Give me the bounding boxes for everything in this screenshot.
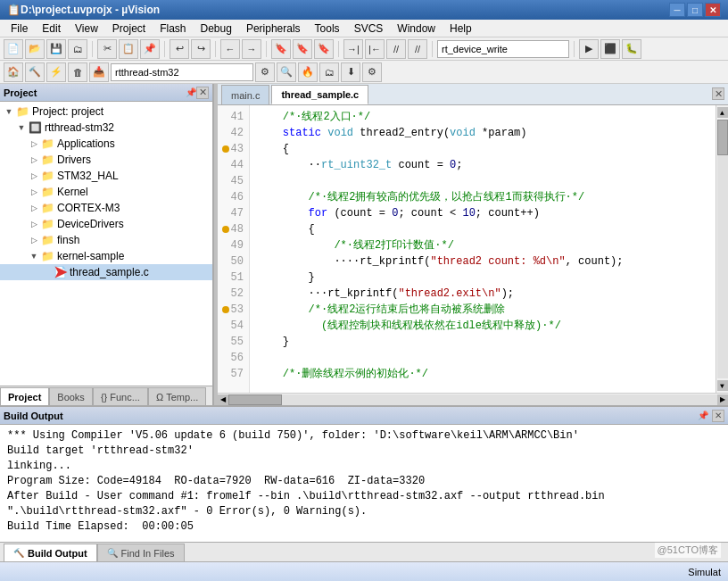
hscroll-thumb[interactable] <box>228 394 282 405</box>
bo-line-1: *** Using Compiler 'V5.06 update 6 (buil… <box>7 428 721 444</box>
menu-edit[interactable]: Edit <box>35 21 68 37</box>
vertical-scrollbar[interactable]: ▲ ▼ <box>716 105 728 393</box>
cut-btn[interactable]: ✂ <box>97 39 117 59</box>
hscroll-track[interactable] <box>228 394 717 405</box>
flash-btn[interactable]: 🔥 <box>298 62 318 82</box>
tree-node-applications[interactable]: ▷ 📁 Applications <box>0 136 212 152</box>
bookmark-btn[interactable]: 🔖 <box>271 39 291 59</box>
build-output-pin[interactable]: 📌 <box>698 411 708 420</box>
scroll-up-btn[interactable]: ▲ <box>717 107 728 118</box>
menu-tools[interactable]: Tools <box>308 21 347 37</box>
editor-close-button[interactable]: ✕ <box>712 87 724 100</box>
load-btn[interactable]: 📥 <box>89 62 109 82</box>
menu-debug[interactable]: Debug <box>194 21 239 37</box>
tree-node-thread-sample[interactable]: 📄 thread_sample.c ➤ <box>0 264 212 280</box>
tab-main-c[interactable]: main.c <box>221 85 269 104</box>
build-output-close[interactable]: ✕ <box>712 410 724 422</box>
pin-button[interactable]: 📌 <box>186 87 196 97</box>
expand-icon[interactable]: ▼ <box>4 106 14 117</box>
menu-view[interactable]: View <box>68 21 105 37</box>
folder-icon-kernel: 📁 <box>41 186 54 198</box>
debug-btn[interactable]: 🐛 <box>622 39 641 59</box>
save-btn[interactable]: 💾 <box>46 39 66 59</box>
bookmark-next-btn[interactable]: 🔖 <box>314 39 334 59</box>
bookmark-prev-btn[interactable]: 🔖 <box>293 39 312 59</box>
expand-icon-apps[interactable]: ▷ <box>29 138 39 149</box>
menu-svcs[interactable]: SVCS <box>347 21 391 37</box>
save-all-btn[interactable]: 🗂 <box>68 39 87 59</box>
expand-icon-devdrivers[interactable]: ▷ <box>29 219 39 229</box>
tree-node-kernel[interactable]: ▷ 📁 Kernel <box>0 184 212 200</box>
erase-btn[interactable]: 🗂 <box>319 62 339 82</box>
tree-node-devdrivers[interactable]: ▷ 📁 DeviceDrivers <box>0 216 212 232</box>
config-flash-btn[interactable]: ⚙ <box>362 62 382 82</box>
expand-icon-hal[interactable]: ▷ <box>29 170 39 181</box>
expand-icon-kernel[interactable]: ▷ <box>29 187 39 197</box>
tree-node-hal[interactable]: ▷ 📁 STM32_HAL <box>0 168 212 184</box>
menu-file[interactable]: File <box>4 21 35 37</box>
horizontal-scrollbar[interactable]: ◀ ▶ <box>218 393 728 405</box>
minimize-button[interactable]: ─ <box>669 3 685 17</box>
new-file-btn[interactable]: 📄 <box>4 39 23 59</box>
scroll-left-btn[interactable]: ◀ <box>218 394 228 405</box>
tab-func[interactable]: {} Func... <box>93 387 148 405</box>
menu-project[interactable]: Project <box>105 21 153 37</box>
download-btn[interactable]: ⬇ <box>341 62 360 82</box>
undo-btn[interactable]: ↩ <box>170 39 189 59</box>
scroll-track[interactable] <box>717 120 728 378</box>
build3-btn[interactable]: ⚡ <box>46 62 66 82</box>
scroll-right-btn[interactable]: ▶ <box>717 394 728 405</box>
function-combo[interactable] <box>437 40 569 58</box>
project-btn[interactable]: 🏠 <box>4 62 23 82</box>
menu-help[interactable]: Help <box>443 21 479 37</box>
maximize-button[interactable]: □ <box>687 3 703 17</box>
tab-books[interactable]: Books <box>49 387 93 405</box>
expand-icon-finsh[interactable]: ▷ <box>29 235 39 245</box>
start-debug-btn[interactable]: 🔍 <box>277 62 296 82</box>
line-num-53: 53 <box>221 302 244 318</box>
expand-icon-cortex[interactable]: ▷ <box>29 203 39 213</box>
target-options-btn[interactable]: ⚙ <box>255 62 275 82</box>
tree-node-cortex[interactable]: ▷ 📁 CORTEX-M3 <box>0 200 212 216</box>
target-combo[interactable] <box>111 63 253 81</box>
close-panel-button[interactable]: ✕ <box>196 87 209 99</box>
tab-thread-sample[interactable]: thread_sample.c <box>271 85 368 104</box>
scroll-down-btn[interactable]: ▼ <box>717 380 728 391</box>
close-button[interactable]: ✕ <box>705 3 721 17</box>
copy-btn[interactable]: 📋 <box>119 39 138 59</box>
build2-btn[interactable]: 🔨 <box>25 62 45 82</box>
run-btn[interactable]: ▶ <box>579 39 599 59</box>
tree-node-rtthread[interactable]: ▼ 🔲 rtthread-stm32 <box>0 120 212 136</box>
tab-project[interactable]: Project <box>0 387 49 405</box>
unindent-btn[interactable]: |← <box>365 39 385 59</box>
tree-node-finsh[interactable]: ▷ 📁 finsh <box>0 232 212 248</box>
expand-icon-kernelsample[interactable]: ▼ <box>29 251 39 261</box>
expand-icon-drivers[interactable]: ▷ <box>29 154 39 165</box>
redo-btn[interactable]: ↪ <box>191 39 211 59</box>
line-num-52: 52 <box>221 286 244 302</box>
tree-node-kernelsample[interactable]: ▼ 📁 kernel-sample <box>0 248 212 264</box>
uncomment-btn[interactable]: // <box>408 39 427 59</box>
indent-btn[interactable]: →| <box>343 39 363 59</box>
open-file-btn[interactable]: 📂 <box>25 39 45 59</box>
build-output-panel: Build Output 📌 ✕ *** Using Compiler 'V5.… <box>0 405 728 561</box>
code-content[interactable]: /*·线程2入口·*/ static void thread2_entry(vo… <box>250 105 716 393</box>
paste-btn[interactable]: 📌 <box>140 39 160 59</box>
tree-node-drivers[interactable]: ▷ 📁 Drivers <box>0 152 212 168</box>
comment-btn[interactable]: // <box>386 39 406 59</box>
expand-icon-rtthread[interactable]: ▼ <box>16 122 27 133</box>
build-output-content[interactable]: *** Using Compiler 'V5.06 update 6 (buil… <box>0 425 728 542</box>
menu-peripherals[interactable]: Peripherals <box>239 21 308 37</box>
menu-flash[interactable]: Flash <box>153 21 193 37</box>
stop-btn[interactable]: ⬛ <box>600 39 620 59</box>
tree-node-root[interactable]: ▼ 📁 Project: project <box>0 104 212 120</box>
bo-line-4: Program Size: Code=49184 RO-data=7920 RW… <box>7 474 721 489</box>
bo-tab-find-files[interactable]: 🔍 Find In Files <box>97 544 185 561</box>
bo-tab-build-output[interactable]: 🔨 Build Output <box>4 544 97 561</box>
menu-window[interactable]: Window <box>390 21 443 37</box>
clean-btn[interactable]: 🗑 <box>68 62 87 82</box>
forward-btn[interactable]: → <box>242 39 261 59</box>
scroll-thumb[interactable] <box>717 120 728 155</box>
back-btn[interactable]: ← <box>220 39 240 59</box>
tab-temp[interactable]: Ω Temp... <box>148 387 206 405</box>
